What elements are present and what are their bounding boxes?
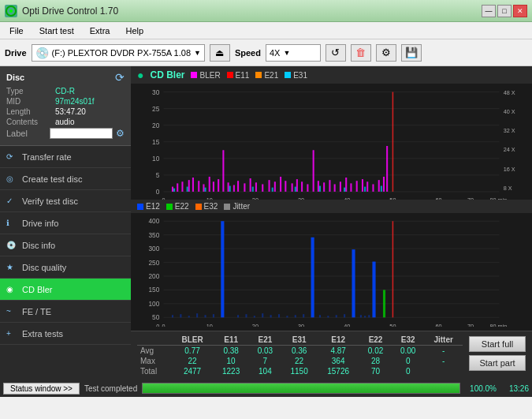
chart2-legend-e32: E32: [195, 202, 218, 211]
svg-rect-113: [221, 222, 224, 318]
svg-text:30: 30: [152, 88, 160, 96]
save-button[interactable]: 💾: [401, 44, 422, 62]
erase-button[interactable]: 🗑: [351, 44, 371, 62]
svg-text:16 X: 16 X: [504, 166, 515, 173]
maximize-button[interactable]: □: [497, 5, 512, 17]
svg-rect-62: [329, 180, 330, 192]
sidebar-label-verify-test-disc: Verify test disc: [22, 196, 78, 206]
legend-e22-label: E22: [175, 202, 189, 211]
eject-button[interactable]: ⏏: [210, 44, 230, 62]
legend-e22-color: [166, 204, 173, 210]
svg-rect-83: [364, 187, 366, 192]
disc-type-val: CD-R: [55, 87, 75, 95]
svg-rect-34: [177, 183, 178, 192]
create-test-disc-icon: ◎: [6, 174, 17, 183]
svg-text:25: 25: [152, 105, 160, 113]
svg-rect-68: [362, 179, 363, 192]
svg-rect-138: [364, 316, 366, 318]
stats-row-total: Total 2477 1223 104 1150 15726 70 0: [137, 366, 463, 376]
svg-text:200: 200: [149, 274, 160, 281]
svg-rect-129: [278, 315, 280, 318]
svg-text:250: 250: [149, 260, 160, 267]
svg-rect-80: [295, 187, 296, 192]
disc-contents-val: audio: [55, 118, 74, 126]
menu-start-test[interactable]: Start test: [33, 24, 80, 37]
stats-max-label: Max: [137, 356, 172, 366]
drive-dropdown-arrow: ▼: [194, 49, 201, 57]
svg-text:40: 40: [344, 323, 350, 327]
menu-file[interactable]: File: [3, 24, 30, 37]
legend-bler-color: [191, 72, 197, 78]
svg-rect-38: [198, 181, 199, 192]
svg-text:8 X: 8 X: [504, 185, 512, 192]
svg-text:24 X: 24 X: [504, 146, 515, 153]
sidebar-item-fe-te[interactable]: ~ FE / TE: [0, 301, 131, 323]
svg-rect-134: [327, 316, 329, 318]
svg-rect-130: [286, 316, 288, 318]
svg-text:150: 150: [149, 287, 160, 294]
speed-selector[interactable]: 4X ▼: [266, 44, 321, 62]
config-button[interactable]: ⚙: [376, 44, 396, 62]
svg-rect-52: [274, 181, 276, 192]
stats-avg-label: Avg: [137, 346, 172, 357]
sidebar-item-verify-test-disc[interactable]: ✓ Verify test disc: [0, 190, 131, 212]
stats-buttons: Start full Start part: [463, 335, 526, 372]
legend-e31-color: [285, 72, 291, 78]
sidebar-item-disc-info[interactable]: 💿 Disc info: [0, 234, 131, 256]
svg-point-1: [9, 9, 13, 13]
svg-text:80 min: 80 min: [490, 323, 508, 327]
legend-e11-color: [227, 72, 233, 78]
label-gear-icon[interactable]: ⚙: [116, 128, 125, 139]
svg-rect-78: [252, 187, 254, 192]
svg-rect-44: [228, 182, 229, 192]
svg-rect-41: [213, 181, 214, 192]
stats-total-e11: 1223: [213, 366, 248, 376]
svg-text:15: 15: [152, 138, 160, 146]
menu-extra[interactable]: Extra: [84, 24, 117, 37]
sidebar-item-cd-bler[interactable]: ◉ CD Bler: [0, 279, 131, 301]
status-window-button[interactable]: Status window >>: [3, 383, 80, 395]
drive-bar: Drive 💿 (F:) PLEXTOR DVDR PX-755A 1.08 ▼…: [0, 39, 532, 66]
svg-rect-120: [188, 316, 190, 318]
svg-text:100: 100: [149, 301, 160, 308]
sidebar-item-create-test-disc[interactable]: ◎ Create test disc: [0, 168, 131, 190]
svg-text:300: 300: [149, 246, 160, 253]
start-full-button[interactable]: Start full: [469, 336, 526, 352]
stats-total-bler: 2477: [172, 366, 214, 376]
drive-selector[interactable]: 💿 (F:) PLEXTOR DVDR PX-755A 1.08 ▼: [32, 44, 205, 62]
sidebar-label-fe-te: FE / TE: [22, 307, 51, 316]
svg-rect-118: [172, 316, 173, 318]
chart1-legend-e31: E31: [285, 71, 307, 80]
disc-label-input[interactable]: [50, 128, 113, 139]
sidebar-item-drive-info[interactable]: ℹ Drive info: [0, 212, 131, 234]
title-bar: Opti Drive Control 1.70 — □ ✕: [0, 0, 532, 22]
close-button[interactable]: ✕: [513, 5, 527, 17]
svg-rect-115: [352, 250, 355, 318]
disc-refresh-button[interactable]: ⟳: [115, 71, 125, 84]
svg-rect-37: [192, 178, 194, 192]
svg-rect-69: [366, 181, 368, 192]
stats-max-e32: 0: [392, 356, 424, 366]
sidebar-item-extra-tests[interactable]: + Extra tests: [0, 323, 131, 345]
stats-col-bler: BLER: [172, 335, 214, 346]
svg-rect-59: [313, 150, 314, 192]
minimize-button[interactable]: —: [482, 5, 496, 17]
svg-rect-114: [311, 238, 314, 318]
svg-rect-35: [181, 181, 183, 192]
sidebar-item-transfer-rate[interactable]: ⟳ Transfer rate: [0, 146, 131, 168]
svg-rect-116: [372, 262, 375, 318]
sidebar-label-disc-quality: Disc quality: [22, 263, 66, 272]
legend-e21-color: [255, 72, 262, 78]
stats-col-e21: E21: [249, 335, 281, 346]
menu-help[interactable]: Help: [119, 24, 150, 37]
start-part-button[interactable]: Start part: [469, 355, 526, 371]
legend-jitter-label: Jitter: [233, 202, 250, 211]
sidebar-label-drive-info: Drive info: [22, 219, 58, 228]
drive-info-icon: ℹ: [6, 219, 17, 227]
refresh-button[interactable]: ↺: [326, 44, 346, 62]
chart1-legend-e21: E21: [255, 71, 278, 80]
legend-jitter-color: [224, 204, 230, 210]
stats-max-jitter: -: [424, 356, 463, 366]
stats-max-e11: 10: [213, 356, 248, 366]
sidebar-item-disc-quality[interactable]: ★ Disc quality: [0, 256, 131, 279]
